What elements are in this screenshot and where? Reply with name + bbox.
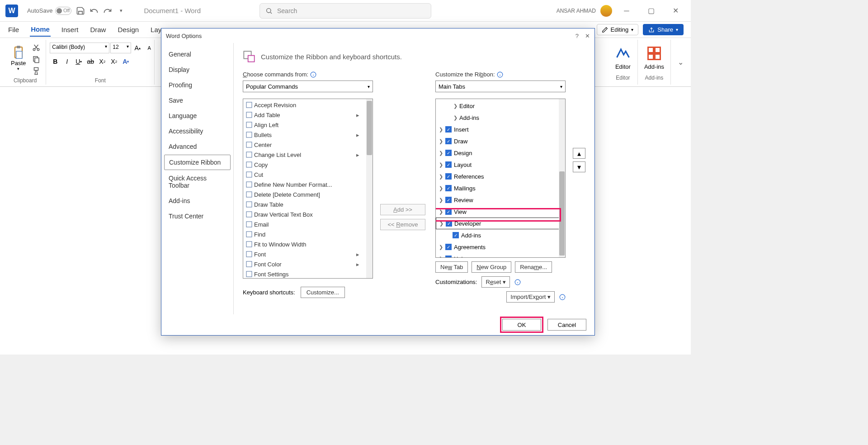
command-item[interactable]: Find bbox=[243, 229, 373, 239]
bold-button[interactable]: B bbox=[50, 56, 61, 67]
qat-dropdown-icon[interactable]: ▾ bbox=[117, 6, 126, 15]
text-effects-button[interactable]: A▾ bbox=[120, 56, 131, 67]
nav-general[interactable]: General bbox=[164, 47, 231, 62]
move-down-button[interactable]: ▾ bbox=[573, 161, 585, 172]
command-item[interactable]: Email bbox=[243, 219, 373, 229]
tree-item-layout[interactable]: ❯Layout bbox=[436, 159, 565, 170]
underline-button[interactable]: U▾ bbox=[73, 56, 84, 67]
expander-icon[interactable]: ❯ bbox=[438, 162, 444, 168]
nav-language[interactable]: Language bbox=[164, 109, 231, 123]
nav-save[interactable]: Save bbox=[164, 93, 231, 108]
move-up-button[interactable]: ▴ bbox=[573, 148, 585, 159]
help-button[interactable]: ? bbox=[576, 33, 579, 39]
expander-icon[interactable]: ❯ bbox=[438, 138, 444, 144]
tree-item-add-ins[interactable]: Add-ins bbox=[436, 229, 565, 241]
tab-draw[interactable]: Draw bbox=[89, 23, 107, 36]
checkbox[interactable] bbox=[445, 208, 452, 215]
checkbox[interactable] bbox=[445, 161, 452, 168]
add-button[interactable]: Add >> bbox=[380, 204, 425, 215]
tab-insert[interactable]: Insert bbox=[61, 23, 80, 36]
info-icon[interactable] bbox=[310, 71, 316, 78]
checkbox[interactable] bbox=[445, 185, 452, 191]
nav-addins[interactable]: Add-ins bbox=[164, 194, 231, 208]
reset-button[interactable]: Reset ▾ bbox=[481, 276, 510, 288]
subscript-button[interactable]: X2 bbox=[97, 56, 108, 67]
expander-icon[interactable]: ❯ bbox=[452, 115, 458, 121]
autosave-toggle[interactable]: AutoSave Off bbox=[27, 7, 71, 15]
command-item[interactable]: Bullets▸ bbox=[243, 130, 373, 140]
nav-advanced[interactable]: Advanced bbox=[164, 139, 231, 154]
expander-icon[interactable]: ❯ bbox=[438, 244, 444, 250]
tree-item-add-ins[interactable]: ❯Add-ins bbox=[436, 112, 565, 123]
checkbox[interactable] bbox=[445, 197, 452, 203]
tree-item-draw[interactable]: ❯Draw bbox=[436, 135, 565, 147]
toggle-icon[interactable]: Off bbox=[55, 7, 71, 15]
checkbox[interactable] bbox=[445, 126, 452, 133]
close-icon[interactable]: ✕ bbox=[585, 33, 590, 39]
nav-quick-access[interactable]: Quick Access Toolbar bbox=[164, 171, 231, 193]
redo-icon[interactable] bbox=[103, 6, 112, 15]
ribbon-tree[interactable]: ❯Editor❯Add-ins❯Insert❯Draw❯Design❯Layou… bbox=[435, 99, 566, 258]
expander-icon[interactable]: ❯ bbox=[438, 127, 444, 133]
editor-icon[interactable] bbox=[615, 45, 631, 62]
command-item[interactable]: Delete [Delete Comment] bbox=[243, 189, 373, 199]
new-group-button[interactable]: New Group bbox=[472, 261, 511, 273]
command-item[interactable]: Accept Revision bbox=[243, 100, 373, 110]
superscript-button[interactable]: X2 bbox=[108, 56, 119, 67]
expander-icon[interactable]: ❯ bbox=[438, 209, 444, 215]
avatar[interactable] bbox=[600, 5, 612, 17]
minimize-button[interactable]: ─ bbox=[617, 4, 637, 18]
tab-home[interactable]: Home bbox=[30, 23, 51, 37]
maximize-button[interactable]: ▢ bbox=[641, 4, 661, 18]
command-item[interactable]: Draw Vertical Text Box bbox=[243, 209, 373, 219]
checkbox[interactable] bbox=[445, 138, 452, 144]
copy-icon[interactable] bbox=[32, 55, 40, 63]
tree-item-view[interactable]: ❯View bbox=[436, 206, 565, 218]
commands-listbox[interactable]: Accept RevisionAdd Table▸Align LeftBulle… bbox=[243, 99, 373, 279]
tree-item-design[interactable]: ❯Design bbox=[436, 147, 565, 159]
expander-icon[interactable]: ❯ bbox=[438, 185, 444, 191]
tree-item-editor[interactable]: ❯Editor bbox=[436, 100, 565, 112]
increase-font-icon[interactable]: A▴ bbox=[132, 43, 143, 53]
tree-item-help[interactable]: ❯Help bbox=[436, 253, 565, 258]
font-size-select[interactable]: 12▾ bbox=[110, 43, 131, 53]
info-icon[interactable] bbox=[497, 71, 503, 78]
tree-item-agreements[interactable]: ❯Agreements bbox=[436, 241, 565, 253]
info-icon[interactable] bbox=[559, 294, 566, 300]
command-item[interactable]: Add Table▸ bbox=[243, 110, 373, 120]
command-item[interactable]: Draw Table bbox=[243, 199, 373, 209]
nav-accessibility[interactable]: Accessibility bbox=[164, 124, 231, 138]
command-item[interactable]: Cut bbox=[243, 170, 373, 180]
expander-icon[interactable]: ❯ bbox=[452, 103, 458, 109]
scrollbar[interactable] bbox=[559, 99, 565, 257]
tree-item-mailings[interactable]: ❯Mailings bbox=[436, 182, 565, 194]
format-painter-icon[interactable] bbox=[32, 67, 40, 75]
nav-proofing[interactable]: Proofing bbox=[164, 78, 231, 92]
command-item[interactable]: Copy bbox=[243, 160, 373, 170]
checkbox[interactable] bbox=[445, 256, 452, 258]
close-button[interactable]: ✕ bbox=[665, 4, 685, 18]
command-item[interactable]: Font▸ bbox=[243, 249, 373, 259]
nav-trust-center[interactable]: Trust Center bbox=[164, 209, 231, 223]
ribbon-tabs-select[interactable]: Main Tabs ▾ bbox=[435, 80, 566, 92]
strikethrough-button[interactable]: ab bbox=[85, 56, 96, 67]
tab-file[interactable]: File bbox=[7, 23, 20, 36]
remove-button[interactable]: << Remove bbox=[380, 219, 425, 230]
command-item[interactable]: Fit to Window Width bbox=[243, 239, 373, 249]
info-icon[interactable] bbox=[514, 279, 521, 285]
choose-commands-select[interactable]: Popular Commands ▾ bbox=[243, 80, 373, 92]
undo-icon[interactable] bbox=[90, 6, 99, 15]
save-icon[interactable] bbox=[76, 6, 85, 15]
expander-icon[interactable]: ❯ bbox=[438, 221, 444, 227]
expander-icon[interactable]: ❯ bbox=[438, 150, 444, 156]
nav-display[interactable]: Display bbox=[164, 62, 231, 77]
command-item[interactable]: Font Color▸ bbox=[243, 259, 373, 269]
font-name-select[interactable]: Calibri (Body)▾ bbox=[50, 43, 109, 53]
checkbox[interactable] bbox=[445, 150, 452, 156]
checkbox[interactable] bbox=[446, 220, 452, 227]
decrease-font-icon[interactable]: A bbox=[144, 43, 155, 53]
command-item[interactable]: Center bbox=[243, 140, 373, 150]
expander-icon[interactable]: ❯ bbox=[438, 174, 444, 180]
tree-item-review[interactable]: ❯Review bbox=[436, 194, 565, 206]
addins-icon[interactable] bbox=[646, 45, 662, 62]
